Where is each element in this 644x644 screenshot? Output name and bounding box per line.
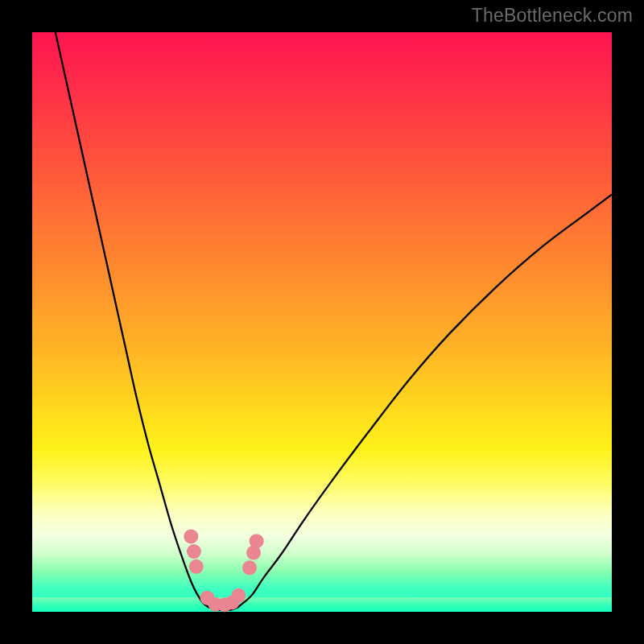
data-marker [250, 534, 264, 548]
curve-group [56, 32, 612, 610]
bottleneck-curve [56, 32, 612, 610]
watermark-text: TheBottleneck.com [472, 5, 633, 27]
data-marker [242, 560, 257, 575]
chart-svg [32, 32, 612, 612]
data-marker [184, 529, 198, 543]
data-marker [187, 544, 201, 559]
chart-plot-area [32, 32, 612, 612]
marker-group [184, 529, 263, 612]
outer-frame: TheBottleneck.com [0, 0, 644, 644]
data-marker [189, 559, 204, 574]
data-marker [231, 588, 246, 603]
